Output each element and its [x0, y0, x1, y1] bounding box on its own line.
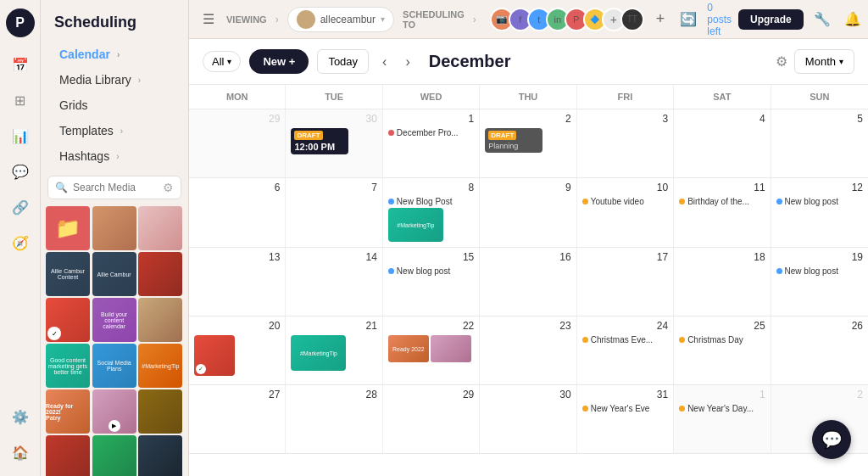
- cal-day-dec8[interactable]: 8 New Blog Post #MarketingTip: [383, 178, 480, 247]
- nav-home[interactable]: 🏠: [5, 437, 36, 468]
- cal-day-dec18[interactable]: 18: [674, 248, 771, 316]
- media-thumb-16[interactable]: [92, 435, 136, 476]
- cal-event-jan1[interactable]: New Year's Day...: [679, 404, 765, 413]
- blog-post-thumb-dec8[interactable]: #MarketingTip: [388, 208, 443, 242]
- search-media-input[interactable]: [73, 182, 158, 193]
- cal-event-dec12[interactable]: New blog post: [776, 197, 863, 206]
- calendar-settings-button[interactable]: ⚙: [776, 53, 787, 70]
- sidebar-item-media-library[interactable]: Media Library ›: [46, 67, 183, 92]
- upgrade-button[interactable]: Upgrade: [738, 9, 804, 30]
- media-thumb-3[interactable]: Allie CamburContent: [46, 252, 90, 296]
- month-view-selector[interactable]: Month ▾: [794, 49, 854, 74]
- cal-day-dec31[interactable]: 31 New Year's Eve: [577, 385, 674, 453]
- cal-day-dec19[interactable]: 19 New blog post: [771, 248, 868, 316]
- cal-event-dec31[interactable]: New Year's Eve: [582, 404, 668, 413]
- cal-day-dec5[interactable]: 5: [771, 109, 868, 177]
- media-thumb-8[interactable]: [138, 298, 182, 342]
- cal-day-dec1[interactable]: 1 December Pro...: [383, 109, 480, 177]
- nav-discover[interactable]: 🧭: [5, 227, 36, 258]
- cal-day-dec28[interactable]: 28: [286, 385, 382, 453]
- post-thumb-dec22b[interactable]: [431, 335, 471, 362]
- draft-post-dec2[interactable]: DRAFT Planning: [485, 128, 542, 153]
- cal-day-dec11[interactable]: 11 Birthday of the...: [674, 178, 771, 247]
- media-thumb-17[interactable]: [138, 435, 182, 476]
- cal-day-dec12[interactable]: 12 New blog post: [771, 178, 868, 247]
- nav-grid[interactable]: ⊞: [5, 85, 36, 115]
- media-thumb-9[interactable]: Good content marketing gets better time: [46, 344, 90, 388]
- cal-day-dec6[interactable]: 6: [189, 178, 286, 247]
- cal-day-dec23[interactable]: 23: [480, 316, 576, 384]
- chat-support-button[interactable]: 💬: [812, 420, 851, 459]
- search-media-bar[interactable]: 🔍 ⚙: [47, 176, 181, 199]
- media-thumb-11[interactable]: #MarketingTip: [138, 344, 182, 388]
- social-avatar-tiktok[interactable]: TT: [620, 8, 644, 31]
- today-button[interactable]: Today: [317, 49, 369, 74]
- all-filter-dropdown[interactable]: All ▾: [203, 51, 241, 72]
- cal-day-dec14[interactable]: 14: [286, 248, 382, 316]
- cal-event-dec11[interactable]: Birthday of the...: [679, 197, 765, 206]
- post-thumb-dec21[interactable]: #MarketingTip: [291, 335, 346, 371]
- cal-day-dec22[interactable]: 22 Ready 2022: [383, 316, 480, 384]
- draft-post-nov30[interactable]: DRAFT 12:00 PM: [291, 128, 348, 154]
- cal-event-dec24[interactable]: Christmas Eve...: [582, 335, 668, 344]
- cal-day-dec2[interactable]: 2 DRAFT Planning: [480, 109, 576, 177]
- nav-analytics[interactable]: 📊: [5, 120, 36, 151]
- cal-day-dec17[interactable]: 17: [577, 248, 674, 316]
- cal-day-dec3[interactable]: 3: [577, 109, 674, 177]
- cal-event-dec19[interactable]: New blog post: [776, 266, 863, 276]
- media-thumb-14[interactable]: [138, 389, 182, 434]
- cal-day-dec9[interactable]: 9: [480, 178, 576, 247]
- media-folder-cny[interactable]: 📁: [46, 206, 90, 250]
- notifications-button[interactable]: 🔔: [841, 8, 865, 31]
- cal-event-dec25[interactable]: Christmas Day: [679, 335, 765, 344]
- add-account-button[interactable]: +: [653, 7, 669, 31]
- media-thumb-2[interactable]: [138, 206, 182, 250]
- nav-calendar[interactable]: 📅: [5, 49, 36, 80]
- cal-day-nov29[interactable]: 29: [189, 109, 286, 177]
- cal-day-dec30[interactable]: 30: [480, 385, 576, 453]
- cal-day-dec26[interactable]: 26: [771, 316, 868, 384]
- tool-icon-button[interactable]: 🔧: [810, 8, 834, 31]
- cal-day-jan1[interactable]: 1 New Year's Day...: [674, 385, 771, 453]
- media-thumb-1[interactable]: [92, 206, 136, 250]
- sidebar-item-templates[interactable]: Templates ›: [46, 118, 183, 143]
- media-thumb-6[interactable]: ✓: [46, 298, 90, 342]
- sidebar-item-calendar[interactable]: Calendar ›: [46, 42, 183, 67]
- media-thumb-7[interactable]: Build your content calendar: [92, 298, 136, 342]
- cal-event-dec1-1[interactable]: December Pro...: [388, 128, 474, 137]
- search-settings-icon[interactable]: ⚙: [163, 181, 174, 194]
- post-thumb-dec20[interactable]: ✓: [194, 335, 235, 376]
- cal-day-dec15[interactable]: 15 New blog post: [383, 248, 480, 316]
- cal-day-dec20[interactable]: 20 ✓: [189, 316, 286, 384]
- cal-day-dec27[interactable]: 27: [189, 385, 286, 453]
- media-thumb-15[interactable]: [46, 435, 90, 476]
- cal-day-dec24[interactable]: 24 Christmas Eve...: [577, 316, 674, 384]
- cal-event-dec10[interactable]: Youtube video: [582, 197, 668, 206]
- sidebar-item-grids[interactable]: Grids: [46, 92, 183, 118]
- posts-left-link[interactable]: 0 posts left: [707, 2, 732, 37]
- menu-button[interactable]: ☰: [199, 8, 218, 31]
- cal-day-dec10[interactable]: 10 Youtube video: [577, 178, 674, 247]
- cal-day-nov30[interactable]: 30 DRAFT 12:00 PM: [286, 109, 382, 177]
- cal-day-dec13[interactable]: 13: [189, 248, 286, 316]
- cal-day-dec21[interactable]: 21 #MarketingTip: [286, 316, 382, 384]
- nav-messages[interactable]: 💬: [5, 156, 36, 187]
- cal-day-dec4[interactable]: 4: [674, 109, 771, 177]
- new-post-button[interactable]: New +: [249, 49, 309, 74]
- cal-day-dec29[interactable]: 29: [383, 385, 480, 453]
- prev-month-button[interactable]: ‹: [377, 51, 392, 73]
- post-thumb-dec22a[interactable]: Ready 2022: [388, 335, 429, 362]
- sidebar-item-hashtags[interactable]: Hashtags ›: [46, 143, 183, 169]
- nav-links[interactable]: 🔗: [5, 192, 36, 222]
- media-thumb-5[interactable]: [138, 252, 182, 296]
- media-thumb-4[interactable]: Allie Cambur: [92, 252, 136, 296]
- cal-day-dec7[interactable]: 7: [286, 178, 382, 247]
- app-logo[interactable]: P: [6, 8, 35, 37]
- nav-settings[interactable]: ⚙️: [5, 401, 36, 432]
- user-account-selector[interactable]: alleceambur ▾: [287, 7, 394, 32]
- next-month-button[interactable]: ›: [400, 51, 415, 73]
- cal-day-dec25[interactable]: 25 Christmas Day: [674, 316, 771, 384]
- cal-event-dec15[interactable]: New blog post: [388, 266, 474, 276]
- media-thumb-13[interactable]: ▶: [92, 389, 136, 434]
- cal-day-dec16[interactable]: 16: [480, 248, 576, 316]
